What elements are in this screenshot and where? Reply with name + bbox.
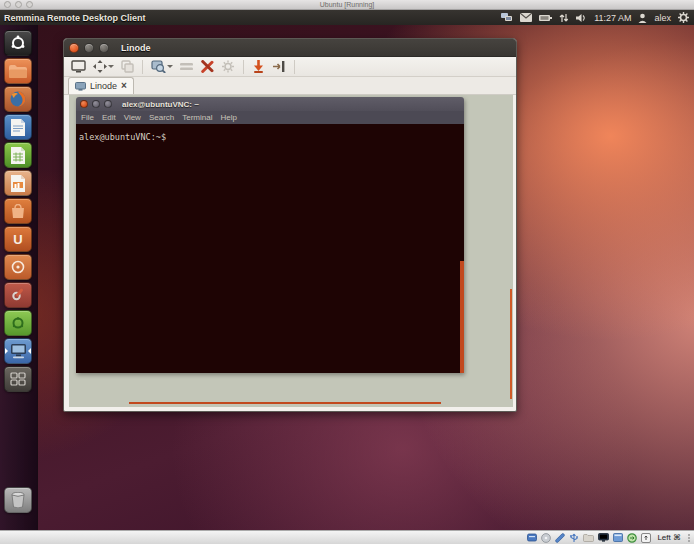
remmina-titlebar[interactable]: Linode	[64, 39, 516, 57]
keyboard-icon[interactable]	[641, 533, 651, 543]
toolbar-separator	[243, 60, 244, 74]
user-icon[interactable]	[638, 13, 647, 23]
tab-close-icon[interactable]: ×	[121, 81, 127, 91]
terminal-prompt: alex@ubuntuVNC:~$	[79, 132, 166, 142]
remmina-window-title: Linode	[121, 43, 151, 53]
fullscreen-button[interactable]	[70, 59, 87, 74]
launcher-item-home-folder[interactable]	[4, 58, 32, 84]
host-key-label: Left ⌘	[657, 533, 681, 542]
scaled-mode-button[interactable]	[120, 59, 135, 74]
remmina-window: Linode Linode ×	[63, 38, 517, 412]
shared-folders-icon[interactable]	[583, 534, 594, 542]
disconnect-button[interactable]	[251, 59, 266, 74]
tab-label: Linode	[90, 81, 117, 91]
panel-indicator-area: 11:27 AM alex	[501, 12, 694, 23]
vm-close-button[interactable]	[4, 1, 11, 8]
menu-edit[interactable]: Edit	[102, 113, 116, 122]
launcher-item-libreoffice-writer[interactable]	[4, 114, 32, 140]
launcher-item-software-updater[interactable]	[4, 310, 32, 336]
launcher-item-firefox[interactable]	[4, 86, 32, 112]
focused-indicator-arrow	[28, 348, 31, 354]
launcher-item-ubuntu-one[interactable]: U	[4, 226, 32, 252]
remmina-maximize-button[interactable]	[99, 43, 109, 53]
harddisk-icon[interactable]	[527, 533, 537, 542]
launcher-item-system-settings[interactable]	[4, 282, 32, 308]
mouse-integration-icon[interactable]	[627, 533, 637, 543]
volume-icon[interactable]	[576, 13, 587, 23]
vm-titlebar: Ubuntu [Running]	[0, 0, 694, 10]
toolbar-separator	[142, 60, 143, 74]
vm-minimize-button[interactable]	[15, 1, 22, 8]
launcher-item-workspace-switcher[interactable]	[4, 366, 32, 392]
menu-help[interactable]: Help	[220, 113, 236, 122]
sync-arrows-icon[interactable]	[559, 13, 569, 23]
terminal-body[interactable]: alex@ubuntuVNC:~$	[76, 124, 464, 373]
remmina-tabbar: Linode ×	[64, 77, 516, 95]
clock[interactable]: 11:27 AM	[594, 13, 631, 23]
tools-button[interactable]	[199, 59, 215, 74]
terminal-minimize-button[interactable]	[92, 100, 100, 108]
remmina-close-button[interactable]	[69, 43, 79, 53]
render-artifact	[460, 261, 464, 373]
session-username[interactable]: alex	[654, 13, 671, 23]
toolbar-end-separator	[294, 60, 295, 74]
optical-disc-icon[interactable]	[541, 533, 551, 543]
terminal-close-button[interactable]	[80, 100, 88, 108]
display-icon[interactable]	[598, 533, 609, 542]
launcher-item-dash-home[interactable]	[4, 30, 32, 56]
mail-icon[interactable]	[520, 13, 532, 22]
grab-keyboard-button[interactable]	[179, 61, 194, 72]
panel-app-name: Remmina Remote Desktop Client	[0, 13, 146, 23]
launcher-item-remmina[interactable]	[4, 338, 32, 364]
terminal-titlebar[interactable]: alex@ubuntuVNC: ~	[76, 97, 464, 111]
menu-terminal[interactable]: Terminal	[182, 113, 212, 122]
render-artifact	[129, 402, 441, 404]
screenshot-button[interactable]	[150, 59, 174, 74]
vm-window-title: Ubuntu [Running]	[0, 0, 694, 10]
launcher-item-libreoffice-calc[interactable]	[4, 142, 32, 168]
running-indicator-arrow	[5, 348, 8, 354]
menu-search[interactable]: Search	[149, 113, 174, 122]
screen: Ubuntu [Running] Remmina Remote Desktop …	[0, 0, 694, 544]
virtual-screen-icon[interactable]	[613, 533, 623, 542]
session-gear-icon[interactable]	[678, 12, 689, 23]
launcher-item-ubuntu-one-music[interactable]	[4, 254, 32, 280]
resize-grip[interactable]	[688, 534, 690, 542]
launcher-item-trash[interactable]	[4, 487, 32, 513]
terminal-menubar: File Edit View Search Terminal Help	[76, 111, 464, 124]
render-artifact	[510, 289, 512, 399]
launcher-item-ubuntu-software-center[interactable]	[4, 198, 32, 224]
tab-monitor-icon	[75, 82, 86, 91]
vbox-statusbar: Left ⌘	[0, 530, 694, 544]
tab-linode[interactable]: Linode ×	[68, 77, 134, 94]
menu-view[interactable]: View	[124, 113, 141, 122]
battery-icon[interactable]	[539, 14, 552, 22]
preferences-gear-button[interactable]	[220, 59, 236, 74]
terminal-title: alex@ubuntuVNC: ~	[122, 100, 199, 109]
launcher-item-libreoffice-impress[interactable]	[4, 170, 32, 196]
remmina-toolbar	[64, 57, 516, 77]
network-icon[interactable]	[555, 533, 565, 543]
resize-window-button[interactable]	[92, 59, 115, 74]
ubuntu-top-panel: Remmina Remote Desktop Client 11:27 AM a…	[0, 10, 694, 25]
unity-launcher: U	[0, 25, 38, 530]
vnc-viewport[interactable]: alex@ubuntuVNC: ~ File Edit View Search …	[69, 95, 513, 407]
menu-file[interactable]: File	[81, 113, 94, 122]
terminal-maximize-button[interactable]	[104, 100, 112, 108]
remmina-minimize-button[interactable]	[84, 43, 94, 53]
quit-button[interactable]	[271, 59, 287, 74]
vm-zoom-button[interactable]	[26, 1, 33, 8]
usb-icon[interactable]	[569, 533, 579, 543]
remote-terminal-window: alex@ubuntuVNC: ~ File Edit View Search …	[76, 97, 464, 373]
network-icon[interactable]	[501, 12, 513, 23]
